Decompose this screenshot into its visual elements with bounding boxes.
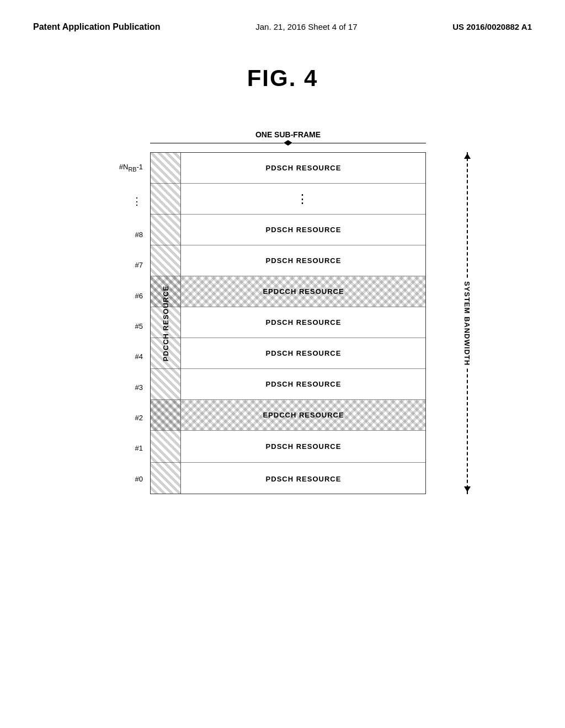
row-6-content: EPDCCH RESOURCE <box>182 276 425 307</box>
row-5-text: PDSCH RESOURCE <box>266 318 342 326</box>
label-r4-text: #4 <box>135 352 143 361</box>
label-r3: #3 <box>76 372 147 403</box>
row-dots-text: ⋮ <box>296 192 311 206</box>
label-r2: #2 <box>76 403 147 433</box>
label-r6: #6 <box>76 280 147 311</box>
row-0-content: PDSCH RESOURCE <box>182 463 425 495</box>
label-nrb-text: #NRB-1 <box>119 163 143 173</box>
row-dots: ⋮ <box>151 184 425 215</box>
system-bw-arrow-bottom <box>464 484 471 494</box>
diagram-container: ONE SUB-FRAME #0 #1 #2 #3 <box>0 119 565 516</box>
row-3: PDSCH RESOURCE <box>151 369 425 400</box>
diagram: ONE SUB-FRAME #0 #1 #2 #3 <box>76 119 489 516</box>
row-8-content: PDSCH RESOURCE <box>182 215 425 245</box>
label-r7-text: #7 <box>135 261 143 269</box>
header-right: US 2016/0020882 A1 <box>452 22 532 31</box>
label-r6-text: #6 <box>135 292 143 300</box>
label-r4: #4 <box>76 341 147 372</box>
label-r2-text: #2 <box>135 414 143 422</box>
row-5-content: PDSCH RESOURCE <box>182 307 425 338</box>
row-2-content: EPDCCH RESOURCE <box>182 400 425 430</box>
row-4-content: PDSCH RESOURCE <box>182 338 425 368</box>
row-5: PDSCH RESOURCE <box>151 307 425 338</box>
label-dots-text: ⋮ <box>132 195 143 207</box>
svg-marker-0 <box>464 153 471 159</box>
header-left: Patent Application Publication <box>33 22 161 32</box>
label-r5: #5 <box>76 311 147 341</box>
page-header: Patent Application Publication Jan. 21, … <box>0 0 565 43</box>
label-dots: ⋮ <box>76 183 147 219</box>
system-bw-arrow-top <box>464 152 471 162</box>
header-center: Jan. 21, 2016 Sheet 4 of 17 <box>255 22 357 31</box>
sub-frame-arrow: ONE SUB-FRAME <box>150 130 426 150</box>
figure-title: FIG. 4 <box>0 65 565 92</box>
row-nrb1: PDSCH RESOURCE <box>151 153 425 184</box>
label-nrb: #NRB-1 <box>76 152 147 183</box>
label-r1-text: #1 <box>135 444 143 452</box>
row-7: PDSCH RESOURCE <box>151 245 425 276</box>
pdcch-label-text: PDCCH RESOURCE <box>162 285 170 361</box>
row-8-text: PDSCH RESOURCE <box>266 226 342 234</box>
row-3-text: PDSCH RESOURCE <box>266 380 342 388</box>
row-1-content: PDSCH RESOURCE <box>182 431 425 462</box>
row-nrb1-content: PDSCH RESOURCE <box>182 153 425 183</box>
arrow-head-right <box>288 140 292 146</box>
row-2: EPDCCH RESOURCE <box>151 400 425 431</box>
row-labels: #0 #1 #2 #3 #4 #5 #6 <box>76 152 147 494</box>
label-r0-text: #0 <box>135 475 143 483</box>
label-r5-text: #5 <box>135 322 143 330</box>
system-bw-container: SYSTEM BANDWIDTH <box>456 152 478 494</box>
label-r8-text: #8 <box>135 231 143 239</box>
label-r3-text: #3 <box>135 383 143 392</box>
sub-frame-label: ONE SUB-FRAME <box>150 130 426 139</box>
row-dots-content: ⋮ <box>182 184 425 214</box>
row-8: PDSCH RESOURCE <box>151 215 425 245</box>
row-4-text: PDSCH RESOURCE <box>266 349 342 357</box>
label-r0: #0 <box>76 464 147 494</box>
label-r8: #8 <box>76 220 147 250</box>
row-7-content: PDSCH RESOURCE <box>182 245 425 276</box>
row-4: PDSCH RESOURCE <box>151 338 425 369</box>
pdcch-label-container: PDCCH RESOURCE <box>151 153 181 494</box>
row-2-text: EPDCCH RESOURCE <box>263 411 344 419</box>
row-0: PDSCH RESOURCE <box>151 463 425 495</box>
row-6: EPDCCH RESOURCE <box>151 276 425 307</box>
row-3-content: PDSCH RESOURCE <box>182 369 425 399</box>
row-7-text: PDSCH RESOURCE <box>266 256 342 265</box>
arrow-head-left <box>284 140 288 146</box>
row-6-text: EPDCCH RESOURCE <box>263 287 344 296</box>
svg-marker-1 <box>464 486 471 492</box>
label-r1: #1 <box>76 433 147 463</box>
row-nrb1-text: PDSCH RESOURCE <box>266 164 342 172</box>
arrow-line <box>150 140 426 146</box>
row-0-text: PDSCH RESOURCE <box>266 475 342 483</box>
main-grid: PDCCH RESOURCE PDSCH RESOURCE ⋮ PDSCH RE… <box>150 152 426 494</box>
system-bw-label-text: SYSTEM BANDWIDTH <box>462 279 473 367</box>
label-r7: #7 <box>76 250 147 280</box>
row-1-text: PDSCH RESOURCE <box>266 442 342 451</box>
row-1: PDSCH RESOURCE <box>151 431 425 463</box>
